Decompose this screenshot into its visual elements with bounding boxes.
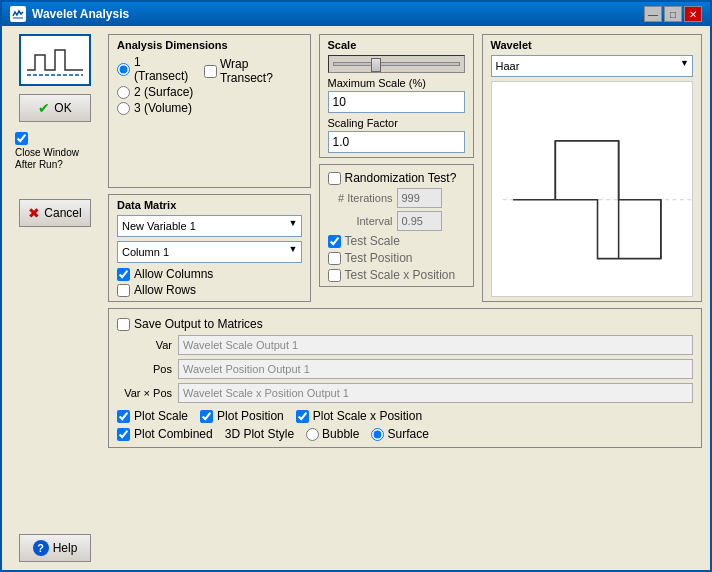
scale-box: Scale Maximum Scale (%) Scaling Factor: [319, 34, 474, 158]
help-button[interactable]: ? Help: [19, 534, 91, 562]
top-section: Analysis Dimensions 1 (Transect) 2 (Surf…: [108, 34, 702, 302]
close-window-checkbox[interactable]: [15, 132, 28, 145]
output-box: Save Output to Matrices Var Pos Var × Po…: [108, 308, 702, 448]
close-window-label: Close Window After Run?: [15, 147, 95, 171]
help-icon: ?: [33, 540, 49, 556]
test-scale-label: Test Scale: [345, 234, 400, 248]
randomization-box: Randomization Test? # Iterations Interva…: [319, 164, 474, 287]
wavelet-title: Wavelet: [491, 39, 694, 51]
ok-checkmark-icon: ✔: [38, 100, 50, 116]
ok-label: OK: [54, 101, 71, 115]
interval-input[interactable]: [397, 211, 442, 231]
bubble-radio[interactable]: [306, 428, 319, 441]
var-x-pos-output-row: Var × Pos: [117, 383, 693, 403]
maximize-button[interactable]: □: [664, 6, 682, 22]
scaling-factor-label: Scaling Factor: [328, 117, 465, 129]
scale-title: Scale: [328, 39, 465, 51]
pos-output-input[interactable]: [178, 359, 693, 379]
var-output-input[interactable]: [178, 335, 693, 355]
allow-columns-label: Allow Columns: [134, 267, 213, 281]
randomization-checkbox-item: Randomization Test?: [328, 171, 465, 185]
save-output-checkbox[interactable]: [117, 318, 130, 331]
analysis-radio-group: 1 (Transect) 2 (Surface) 3 (Volume): [117, 55, 196, 115]
iterations-input[interactable]: [397, 188, 442, 208]
radio-3-volume-input[interactable]: [117, 102, 130, 115]
close-button[interactable]: ✕: [684, 6, 702, 22]
minimize-button[interactable]: —: [644, 6, 662, 22]
test-scale-item: Test Scale: [328, 234, 465, 248]
bubble-radio-item: Bubble: [306, 427, 359, 441]
test-scale-x-position-checkbox[interactable]: [328, 269, 341, 282]
radio-2-surface: 2 (Surface): [117, 85, 196, 99]
test-scale-checkbox[interactable]: [328, 235, 341, 248]
plot-3d-style-label: 3D Plot Style: [225, 427, 294, 441]
scale-slider[interactable]: [328, 55, 465, 73]
interval-label: Interval: [328, 215, 393, 227]
variable-select-wrapper: New Variable 1: [117, 215, 302, 237]
plot-combined-label: Plot Combined: [134, 427, 213, 441]
interval-row: Interval: [328, 211, 465, 231]
allow-rows-item: Allow Rows: [117, 283, 302, 297]
allow-columns-item: Allow Columns: [117, 267, 302, 281]
close-window-option: Close Window After Run?: [15, 132, 95, 171]
plot-scale-checkbox[interactable]: [117, 410, 130, 423]
pos-output-row: Pos: [117, 359, 693, 379]
column-select-wrapper: Column 1: [117, 241, 302, 263]
save-output-item: Save Output to Matrices: [117, 317, 693, 331]
var-output-label: Var: [117, 339, 172, 351]
title-buttons: — □ ✕: [644, 6, 702, 22]
var-output-row: Var: [117, 335, 693, 355]
title-bar: Wavelet Analysis — □ ✕: [2, 2, 710, 26]
wrap-transect-checkbox[interactable]: [204, 65, 217, 78]
help-label: Help: [53, 541, 78, 555]
wrap-transect-label: Wrap Transect?: [220, 57, 302, 85]
plot-scale-x-position-label: Plot Scale x Position: [313, 409, 422, 423]
allow-rows-label: Allow Rows: [134, 283, 196, 297]
analysis-dimensions-box: Analysis Dimensions 1 (Transect) 2 (Surf…: [108, 34, 311, 188]
pos-output-label: Pos: [117, 363, 172, 375]
plot-scale-item: Plot Scale: [117, 409, 188, 423]
bubble-label: Bubble: [322, 427, 359, 441]
analysis-dimensions-title: Analysis Dimensions: [117, 39, 302, 51]
radio-1-transect-label: 1 (Transect): [134, 55, 196, 83]
randomization-checkbox[interactable]: [328, 172, 341, 185]
left-main-col: Analysis Dimensions 1 (Transect) 2 (Surf…: [108, 34, 311, 302]
allow-rows-checkbox[interactable]: [117, 284, 130, 297]
cancel-label: Cancel: [44, 206, 81, 220]
radio-2-surface-input[interactable]: [117, 86, 130, 99]
analysis-radio-row: 1 (Transect) 2 (Surface) 3 (Volume): [117, 55, 302, 115]
plot-combined-checkbox[interactable]: [117, 428, 130, 441]
wavelet-select[interactable]: Haar: [491, 55, 694, 77]
middle-col: Scale Maximum Scale (%) Scaling Factor: [319, 34, 474, 302]
ok-button[interactable]: ✔ OK: [19, 94, 91, 122]
radio-3-volume-label: 3 (Volume): [134, 101, 192, 115]
content-area: ✔ OK Close Window After Run? ✖ Cancel ? …: [2, 26, 710, 570]
max-scale-input[interactable]: [328, 91, 465, 113]
surface-radio[interactable]: [371, 428, 384, 441]
allow-columns-checkbox[interactable]: [117, 268, 130, 281]
plot-position-checkbox[interactable]: [200, 410, 213, 423]
test-position-item: Test Position: [328, 251, 465, 265]
variable-select[interactable]: New Variable 1: [117, 215, 302, 237]
scale-slider-thumb[interactable]: [371, 58, 381, 72]
radio-1-transect: 1 (Transect): [117, 55, 196, 83]
wavelet-preview-icon: [19, 34, 91, 86]
window-title: Wavelet Analysis: [32, 7, 129, 21]
iterations-row: # Iterations: [328, 188, 465, 208]
test-position-checkbox[interactable]: [328, 252, 341, 265]
max-scale-label: Maximum Scale (%): [328, 77, 465, 89]
scaling-factor-input[interactable]: [328, 131, 465, 153]
cancel-button[interactable]: ✖ Cancel: [19, 199, 91, 227]
save-output-label: Save Output to Matrices: [134, 317, 263, 331]
cancel-cross-icon: ✖: [28, 205, 40, 221]
plot-scale-label: Plot Scale: [134, 409, 188, 423]
scale-slider-track: [333, 62, 460, 66]
radio-1-transect-input[interactable]: [117, 63, 130, 76]
haar-wavelet-svg: [492, 82, 693, 296]
var-x-pos-output-input[interactable]: [178, 383, 693, 403]
plot-position-item: Plot Position: [200, 409, 284, 423]
wrap-transect-group: Wrap Transect?: [204, 57, 302, 85]
left-panel: ✔ OK Close Window After Run? ✖ Cancel ? …: [10, 34, 100, 562]
plot-scale-x-position-checkbox[interactable]: [296, 410, 309, 423]
column-select[interactable]: Column 1: [117, 241, 302, 263]
